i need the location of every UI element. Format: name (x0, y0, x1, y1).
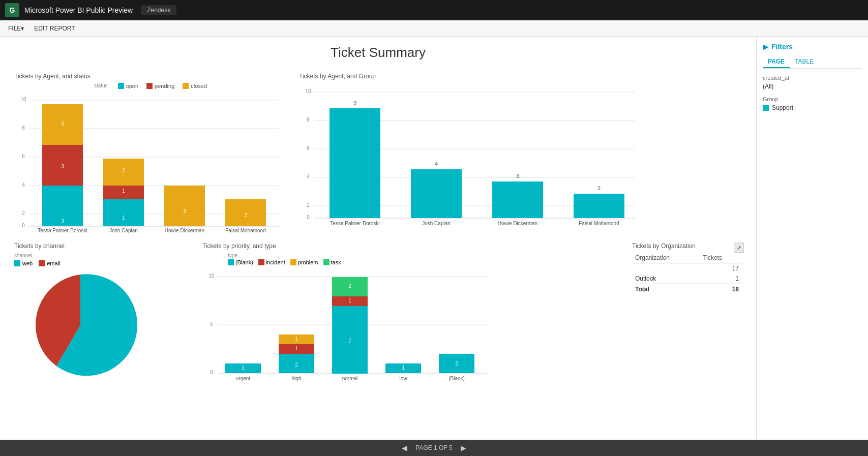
svg-text:(Blank): (Blank) (448, 376, 465, 381)
page-indicator: PAGE 1 OF 5 (415, 444, 452, 451)
tickets-by-agent-status-title: Tickets by Agent, and status (14, 73, 287, 80)
tickets-by-priority-type-title: Tickets by priority, and type (202, 242, 620, 250)
svg-text:0: 0 (307, 215, 310, 220)
svg-text:Howie Dickerman: Howie Dickerman (498, 221, 537, 226)
svg-text:3: 3 (61, 121, 64, 127)
svg-text:0: 0 (22, 223, 25, 228)
edit-report-button[interactable]: EDIT REPORT (30, 24, 79, 33)
svg-text:Faisal Mohamood: Faisal Mohamood (225, 228, 265, 233)
svg-text:2: 2 (122, 168, 125, 173)
svg-text:10: 10 (305, 88, 311, 94)
pagination-bar: ◀ PAGE 1 OF 5 ▶ (0, 440, 868, 456)
svg-text:normal: normal (342, 376, 358, 381)
svg-text:4: 4 (307, 174, 310, 179)
group-legend-label: Support (772, 104, 793, 111)
svg-text:2: 2 (348, 283, 351, 289)
svg-text:low: low (399, 376, 407, 381)
tab-page[interactable]: PAGE (763, 56, 790, 68)
svg-text:urgent: urgent (236, 376, 251, 381)
tickets-col-header: Tickets (700, 253, 742, 263)
toolbar: FILE▾ EDIT REPORT (0, 20, 868, 37)
svg-text:1: 1 (122, 215, 125, 221)
file-button[interactable]: FILE▾ (4, 24, 28, 33)
svg-text:3: 3 (61, 164, 64, 169)
svg-text:6: 6 (307, 145, 310, 151)
svg-text:1: 1 (295, 336, 298, 342)
tickets-by-priority-type-chart: Tickets by priority, and type type (Blan… (196, 238, 626, 390)
svg-text:2: 2 (455, 361, 458, 367)
org-col-header: Organization (632, 253, 700, 263)
svg-text:3: 3 (516, 173, 519, 179)
svg-rect-49 (330, 108, 380, 218)
svg-text:7: 7 (348, 338, 351, 344)
svg-text:9: 9 (353, 100, 356, 106)
svg-text:8: 8 (307, 117, 310, 123)
svg-text:Howie Dickerman: Howie Dickerman (165, 228, 204, 233)
agent-status-svg: 10 8 6 4 2 0 3 (14, 91, 284, 233)
legend-open: open (118, 83, 138, 89)
created-at-value: (All) (763, 83, 862, 90)
svg-text:2: 2 (597, 185, 601, 191)
tickets-by-org-section: Tickets by Organization ↗ Organization T… (626, 238, 748, 390)
created-at-label: created_at (763, 75, 862, 81)
org-chart-icon-button[interactable]: ↗ (734, 242, 744, 253)
org-name: Outlook (632, 273, 700, 284)
top-bar: G Microsoft Power BI Public Preview Zend… (0, 0, 868, 20)
group-legend-dot (763, 105, 769, 111)
filters-tabs: PAGE TABLE (763, 56, 862, 69)
svg-text:1: 1 (242, 365, 245, 371)
svg-text:4: 4 (22, 182, 25, 188)
svg-text:4: 4 (435, 161, 438, 167)
right-panel: ▶ Filters PAGE TABLE created_at (All) Gr… (756, 37, 868, 456)
group-legend: Support (763, 104, 862, 111)
svg-text:1: 1 (402, 365, 405, 371)
legend-pending: pending (146, 83, 174, 89)
org-tickets: 17 (700, 263, 742, 274)
filters-header: ▶ Filters (763, 43, 862, 51)
total-row: Total 18 (632, 284, 742, 295)
svg-rect-58 (574, 194, 624, 218)
svg-text:10: 10 (208, 273, 215, 279)
total-value: 18 (700, 284, 742, 295)
svg-text:1: 1 (295, 346, 298, 351)
tickets-by-agent-status-chart: Tickets by Agent, and status status open… (8, 69, 293, 239)
table-row: Outlook 1 (632, 273, 742, 284)
svg-text:8: 8 (22, 125, 25, 131)
svg-text:3: 3 (61, 219, 64, 224)
group-section: Group Support (763, 96, 862, 111)
svg-text:5: 5 (210, 321, 213, 327)
app-title: Microsoft Power BI Public Preview (24, 6, 133, 14)
tickets-by-agent-group-title: Tickets by Agent, and Group (299, 73, 742, 80)
svg-rect-24 (103, 199, 144, 226)
prev-page-button[interactable]: ◀ (402, 444, 407, 452)
total-label: Total (632, 284, 700, 295)
next-page-button[interactable]: ▶ (461, 444, 466, 452)
tickets-by-agent-group-chart: Tickets by Agent, and Group 10 8 6 4 2 0 (293, 69, 748, 239)
legend-closed: closed (183, 83, 207, 89)
tab-table[interactable]: TABLE (790, 56, 819, 68)
channel-pie-svg (24, 269, 136, 381)
svg-text:3: 3 (183, 208, 186, 214)
svg-text:Josh Caplan: Josh Caplan (422, 221, 451, 226)
page-title: Ticket Summary (8, 45, 748, 60)
svg-text:0: 0 (210, 370, 213, 375)
app-logo: G (5, 3, 19, 17)
svg-text:2: 2 (244, 212, 247, 218)
svg-rect-31 (164, 186, 205, 226)
svg-text:1: 1 (122, 188, 125, 194)
canvas: Ticket Summary Tickets by Agent, and sta… (0, 37, 756, 456)
agent-group-svg: 10 8 6 4 2 0 9 Tessa Palmer-Bo (299, 83, 645, 230)
svg-text:Tessa Palmer-Boroski: Tessa Palmer-Boroski (38, 228, 87, 233)
tickets-by-channel-title: Tickets by channel (14, 242, 190, 250)
svg-rect-52 (411, 169, 462, 218)
svg-text:2: 2 (22, 210, 25, 216)
table-row: 17 (632, 263, 742, 274)
org-tickets: 1 (700, 273, 742, 284)
svg-text:2: 2 (307, 202, 310, 208)
connector-label: Zendesk (141, 5, 176, 15)
svg-rect-55 (492, 181, 543, 218)
priority-type-svg: 10 5 0 1 urgent 2 1 (202, 267, 497, 384)
svg-text:Faisal Mohamood: Faisal Mohamood (579, 221, 619, 226)
svg-text:Josh Caplan: Josh Caplan (109, 228, 138, 233)
svg-text:2: 2 (295, 362, 298, 368)
